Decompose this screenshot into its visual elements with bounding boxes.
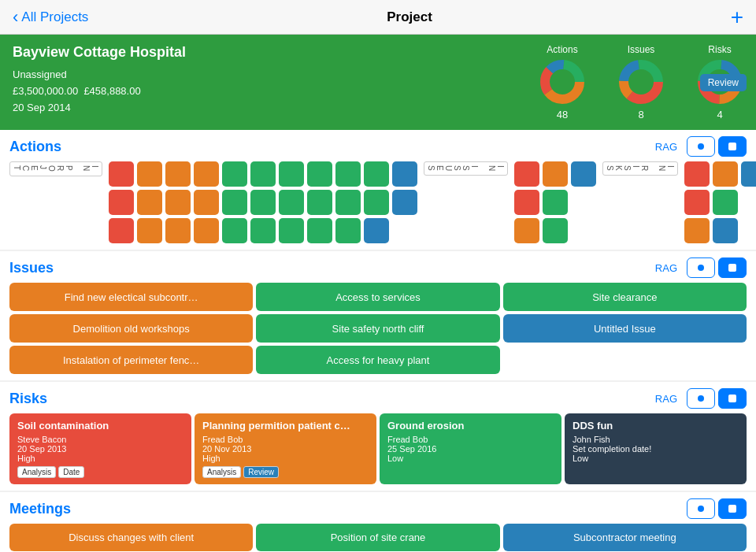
issues-toggle-square[interactable]: [718, 257, 747, 278]
risk-title: Planning permition patient c…: [202, 420, 369, 432]
actions-in-project-label: INPROJECT: [9, 161, 102, 176]
project-date: 20 Sep 2014: [13, 100, 539, 117]
back-icon: ‹: [13, 7, 18, 28]
rag-dot: [137, 190, 162, 215]
dot-icon: [698, 395, 704, 402]
risk-card-planning[interactable]: Planning permition patient c… Fread Bob …: [195, 413, 376, 484]
actions-toggle-square[interactable]: [718, 136, 747, 157]
dot-icon: [698, 143, 704, 150]
actions-toggle-dot[interactable]: [687, 136, 715, 157]
review-button[interactable]: Review: [700, 74, 747, 91]
meetings-section: Meetings Discuss changes with client Pos…: [0, 492, 756, 552]
risk-person: Steve Bacon: [17, 435, 183, 444]
stat-actions: Actions 48: [539, 44, 586, 120]
rag-dot: [514, 190, 539, 215]
issue-card[interactable]: Site clearance: [503, 283, 747, 311]
rag-dot: [364, 190, 389, 215]
rag-dot: [250, 218, 276, 243]
risk-card-erosion[interactable]: Ground erosion Fread Bob 25 Sep 2016 Low: [380, 413, 561, 484]
rag-dot: [335, 190, 361, 215]
meeting-card[interactable]: Discuss changes with client: [9, 524, 253, 551]
actions-in-risks-label: INRISKS: [602, 161, 678, 176]
rag-dot: [109, 190, 134, 215]
meeting-card[interactable]: Subcontractor meeting: [503, 524, 747, 551]
risk-badges: Analysis Date: [17, 466, 183, 478]
risks-grid: Soil contamination Steve Bacon 20 Sep 20…: [9, 413, 747, 484]
rag-dot: [109, 161, 134, 187]
analysis-badge[interactable]: Analysis: [202, 466, 241, 478]
square-icon: [728, 395, 736, 402]
date-badge[interactable]: Date: [58, 466, 84, 478]
meetings-toggle: [687, 498, 747, 519]
risk-level: High: [17, 454, 183, 463]
risks-rag: RAG: [655, 393, 677, 405]
risks-section: Risks RAG Soil contamination Steve Bacon…: [0, 382, 756, 491]
issues-toggle-dot[interactable]: [687, 257, 715, 278]
meetings-toggle-square[interactable]: [718, 498, 747, 519]
rag-dot: [194, 218, 219, 243]
rag-dot: [684, 218, 710, 243]
risks-toggle-square[interactable]: [718, 388, 747, 409]
rag-dot: [713, 161, 738, 187]
issue-card[interactable]: Demolition old workshops: [9, 314, 253, 343]
rag-dot: [684, 161, 710, 187]
rag-dot: [307, 161, 332, 187]
issue-empty: [503, 346, 747, 374]
rag-dot: [109, 218, 134, 243]
actions-in-issues-label: INISSUES: [424, 161, 508, 176]
rag-dot: [335, 161, 361, 187]
issue-card[interactable]: Site safety north cliff: [256, 314, 499, 343]
nav-bar: ‹ All Projects Project +: [0, 0, 756, 35]
rag-dot: [713, 218, 738, 243]
analysis-badge[interactable]: Analysis: [17, 466, 56, 478]
risk-date: 20 Nov 2013: [202, 444, 369, 454]
meetings-title: Meetings: [9, 501, 71, 517]
issues-chart: [617, 58, 665, 106]
rag-dot: [250, 190, 276, 215]
rag-dot: [279, 190, 304, 215]
rag-dot: [364, 161, 389, 187]
square-icon: [728, 505, 736, 513]
project-meta: Unassigned £3,500,000.00 £458,888.00 20 …: [13, 67, 539, 116]
rag-dot: [222, 161, 247, 187]
issues-row: Instalation of perimeter fenc… Access fo…: [9, 346, 747, 374]
rag-dot: [222, 218, 247, 243]
issue-card[interactable]: Instalation of perimeter fenc…: [9, 346, 253, 374]
risk-date: Set completion date!: [573, 444, 739, 454]
risk-level: High: [202, 454, 369, 463]
issue-card[interactable]: Access for heavy plant: [256, 346, 499, 374]
rag-dot: [392, 161, 417, 187]
meeting-card[interactable]: Position of site crane: [256, 524, 499, 551]
rag-dot: [222, 190, 247, 215]
risk-date: 25 Sep 2016: [387, 444, 554, 454]
rag-dot: [307, 190, 332, 215]
issue-card[interactable]: Find new electical subcontr…: [9, 283, 253, 311]
square-icon: [728, 264, 736, 272]
meetings-toggle-dot[interactable]: [687, 498, 715, 519]
rag-dot: [514, 218, 539, 243]
unassigned-label: Unassigned: [13, 67, 539, 83]
rag-dot: [279, 218, 304, 243]
actions-toggle: [687, 136, 747, 157]
rag-dot: [335, 218, 361, 243]
rag-dot: [307, 218, 332, 243]
issue-card[interactable]: Access to services: [256, 283, 499, 311]
risk-person: John Fish: [573, 435, 739, 444]
issues-row: Find new electical subcontr… Access to s…: [9, 283, 747, 311]
add-button[interactable]: +: [731, 6, 743, 28]
actions-rag-grid: INPROJECT: [9, 161, 747, 243]
issues-grid: Find new electical subcontr… Access to s…: [9, 283, 747, 374]
risks-toggle: [687, 388, 747, 409]
risk-person: Fread Bob: [202, 435, 369, 444]
back-button[interactable]: ‹ All Projects: [13, 7, 88, 28]
issues-title: Issues: [9, 260, 54, 276]
project-name: Bayview Cottage Hospital: [13, 44, 539, 61]
rag-dot: [543, 190, 568, 215]
risk-level: Low: [387, 454, 554, 463]
review-badge[interactable]: Review: [243, 466, 279, 478]
risks-toggle-dot[interactable]: [687, 388, 715, 409]
issue-card[interactable]: Untitled Issue: [503, 314, 747, 343]
rag-dot: [741, 161, 756, 187]
risk-card-dds[interactable]: DDS fun John Fish Set completion date! L…: [565, 413, 747, 484]
risk-card-soil[interactable]: Soil contamination Steve Bacon 20 Sep 20…: [9, 413, 191, 484]
